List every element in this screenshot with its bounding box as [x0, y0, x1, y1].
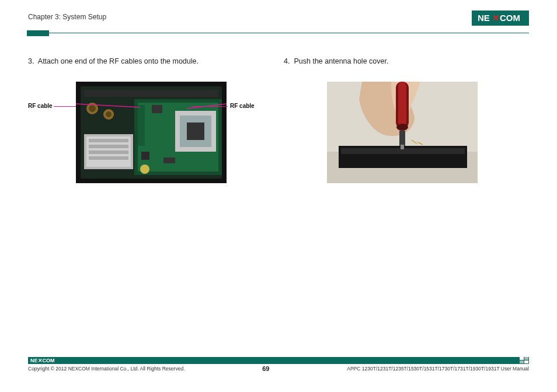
content-area: 3. Attach one end of the RF cables onto … — [28, 57, 529, 337]
svg-rect-39 — [520, 357, 524, 360]
page-number: 69 — [262, 365, 269, 372]
svg-rect-23 — [141, 152, 149, 160]
rf-label-left: RF cable — [28, 103, 53, 109]
svg-rect-41 — [520, 360, 524, 363]
footer-bar: NE✕COM — [28, 357, 529, 364]
svg-rect-11 — [187, 123, 204, 140]
step-text: Attach one end of the RF cables onto the… — [38, 57, 199, 65]
figure-antenna-cover — [284, 82, 529, 192]
step-text: Push the antenna hole cover. — [294, 57, 388, 65]
step-number: 4. — [284, 57, 292, 65]
svg-rect-26 — [138, 105, 145, 146]
svg-rect-34 — [398, 82, 406, 126]
svg-rect-14 — [89, 139, 128, 142]
svg-rect-36 — [399, 131, 405, 146]
svg-point-19 — [89, 105, 96, 112]
figure-rf-cables: RF cable — [28, 82, 273, 192]
svg-point-21 — [106, 111, 112, 117]
page-header: Chapter 3: System Setup NE ✕ COM — [28, 10, 529, 28]
motherboard-photo — [76, 82, 227, 183]
chapter-title: Chapter 3: System Setup — [28, 10, 529, 21]
nexcom-logo-small: NE✕COM — [30, 358, 65, 363]
header-rule — [28, 30, 529, 37]
svg-rect-37 — [401, 145, 404, 149]
page-footer: NE✕COM Copyright © 2012 NEXCOM Internati… — [28, 357, 529, 378]
step-3: 3. Attach one end of the RF cables onto … — [28, 57, 273, 65]
footer-ornament-icon — [520, 357, 529, 364]
svg-rect-6 — [84, 90, 218, 97]
page: Chapter 3: System Setup NE ✕ COM 3. Atta… — [28, 10, 529, 378]
step-number: 3. — [28, 57, 36, 65]
step-4: 4. Push the antenna hole cover. — [284, 57, 529, 65]
svg-point-35 — [396, 124, 408, 131]
svg-rect-24 — [152, 105, 162, 113]
document-reference: APPC 1230T/1231T/1235T/1530T/1531T/1730T… — [347, 366, 529, 372]
nexcom-logo: NE ✕ COM — [472, 10, 529, 28]
rf-label-right: RF cable — [230, 103, 255, 109]
svg-rect-15 — [89, 145, 128, 148]
svg-rect-42 — [524, 360, 528, 363]
svg-rect-25 — [163, 158, 175, 163]
callout-line-right — [192, 106, 228, 107]
right-column: 4. Push the antenna hole cover. — [284, 57, 529, 192]
svg-rect-40 — [524, 357, 528, 360]
svg-point-22 — [140, 164, 149, 174]
svg-text:COM: COM — [500, 13, 520, 23]
copyright-text: Copyright © 2012 NEXCOM International Co… — [28, 366, 184, 372]
svg-text:NE✕COM: NE✕COM — [30, 358, 55, 363]
svg-rect-17 — [89, 156, 128, 160]
antenna-cover-photo — [327, 82, 478, 183]
svg-text:NE: NE — [478, 13, 490, 23]
svg-text:✕: ✕ — [492, 13, 500, 23]
svg-rect-16 — [89, 150, 128, 154]
left-column: 3. Attach one end of the RF cables onto … — [28, 57, 273, 192]
